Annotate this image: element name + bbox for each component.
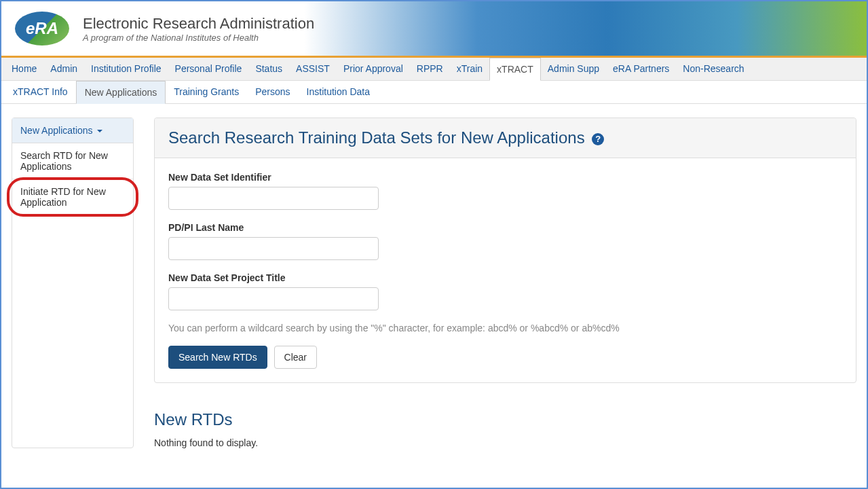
title-label: New Data Set Project Title — [168, 272, 842, 283]
nav-personal-profile[interactable]: Personal Profile — [168, 58, 249, 80]
panel-title: Search Research Training Data Sets for N… — [168, 128, 842, 147]
identifier-input[interactable] — [168, 187, 379, 210]
nav-rppr[interactable]: RPPR — [410, 58, 450, 80]
sidebar-item-label: Initiate RTD for New Application — [20, 186, 106, 208]
nav-non-research[interactable]: Non-Research — [676, 58, 751, 80]
subnav-persons[interactable]: Persons — [247, 81, 298, 103]
form-group-title: New Data Set Project Title — [168, 272, 842, 310]
era-logo: eRA — [15, 12, 69, 46]
sidebar: New Applications Search RTD for New Appl… — [12, 117, 134, 448]
form-group-identifier: New Data Set Identifier — [168, 172, 842, 210]
identifier-label: New Data Set Identifier — [168, 172, 842, 183]
app-subtitle: A program of the National Institutes of … — [83, 33, 314, 43]
sidebar-item-initiate-rtd[interactable]: Initiate RTD for New Application — [12, 179, 133, 215]
logo-text: eRA — [26, 19, 58, 38]
nav-admin-supp[interactable]: Admin Supp — [541, 58, 606, 80]
content-area: New Applications Search RTD for New Appl… — [1, 104, 867, 462]
help-icon[interactable]: ? — [592, 133, 604, 145]
search-button[interactable]: Search New RTDs — [168, 346, 267, 369]
main-column: Search Research Training Data Sets for N… — [154, 117, 856, 448]
nav-home[interactable]: Home — [5, 58, 43, 80]
results-title: New RTDs — [154, 410, 856, 429]
panel-title-text: Search Research Training Data Sets for N… — [168, 128, 585, 147]
nav-xtrain[interactable]: xTrain — [450, 58, 489, 80]
nav-secondary: xTRACT Info New Applications Training Gr… — [1, 81, 867, 104]
nav-institution-profile[interactable]: Institution Profile — [84, 58, 168, 80]
sidebar-dropdown[interactable]: New Applications — [12, 118, 133, 143]
form-group-lastname: PD/PI Last Name — [168, 222, 842, 260]
results-empty: Nothing found to display. — [154, 437, 856, 448]
nav-status[interactable]: Status — [248, 58, 289, 80]
panel-body: New Data Set Identifier PD/PI Last Name … — [155, 158, 856, 382]
subnav-institution-data[interactable]: Institution Data — [299, 81, 378, 103]
nav-admin[interactable]: Admin — [43, 58, 84, 80]
app-header: eRA Electronic Research Administration A… — [1, 1, 867, 56]
sidebar-item-search-rtd[interactable]: Search RTD for New Applications — [12, 143, 133, 179]
clear-button[interactable]: Clear — [274, 346, 317, 369]
nav-prior-approval[interactable]: Prior Approval — [337, 58, 410, 80]
header-title-block: Electronic Research Administration A pro… — [83, 15, 314, 43]
subnav-xtract-info[interactable]: xTRACT Info — [5, 81, 76, 103]
lastname-label: PD/PI Last Name — [168, 222, 842, 233]
chevron-down-icon — [97, 130, 102, 132]
lastname-input[interactable] — [168, 237, 379, 260]
sidebar-header-label: New Applications — [20, 125, 93, 136]
wildcard-hint: You can perform a wildcard search by usi… — [168, 323, 842, 333]
subnav-new-applications[interactable]: New Applications — [76, 81, 166, 104]
title-input[interactable] — [168, 287, 379, 310]
nav-era-partners[interactable]: eRA Partners — [606, 58, 676, 80]
nav-assist[interactable]: ASSIST — [289, 58, 337, 80]
nav-xtract[interactable]: xTRACT — [489, 58, 541, 81]
app-title: Electronic Research Administration — [83, 15, 314, 33]
nav-primary: Home Admin Institution Profile Personal … — [1, 58, 867, 81]
panel-header: Search Research Training Data Sets for N… — [155, 118, 856, 158]
sidebar-item-label: Search RTD for New Applications — [20, 150, 108, 172]
search-panel: Search Research Training Data Sets for N… — [154, 117, 856, 383]
subnav-training-grants[interactable]: Training Grants — [166, 81, 247, 103]
